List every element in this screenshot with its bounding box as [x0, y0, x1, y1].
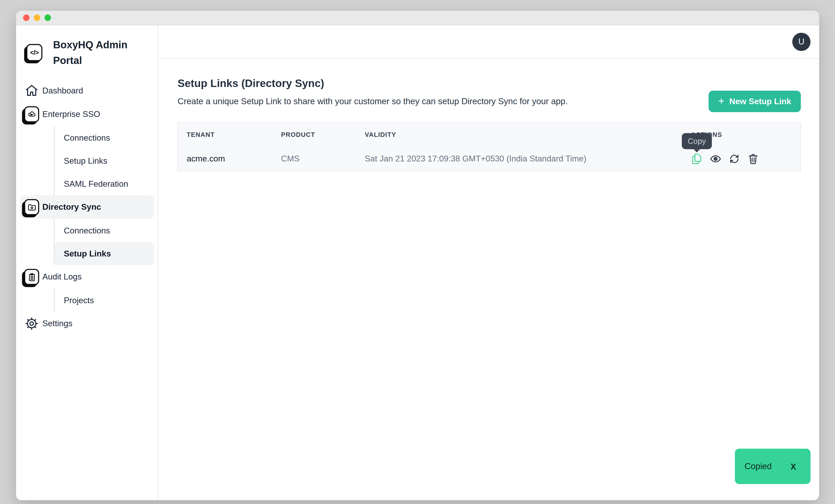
brand-title: BoxyHQ Admin Portal [53, 37, 134, 68]
zoom-window-button[interactable] [44, 15, 51, 21]
sidebar-item-audit-logs[interactable]: Audit Logs [20, 265, 154, 289]
window-titlebar [16, 11, 819, 25]
sidebar-item-label: Audit Logs [42, 272, 82, 282]
folder-sync-icon [24, 199, 39, 215]
home-icon [24, 84, 39, 98]
page-title: Setup Links (Directory Sync) [178, 77, 801, 90]
plus-icon: + [718, 96, 725, 106]
minimize-window-button[interactable] [34, 15, 40, 21]
cloud-key-icon [24, 106, 39, 122]
avatar[interactable]: U [792, 33, 811, 51]
sidebar-item-label: Enterprise SSO [42, 109, 100, 119]
audit-subnav: Projects [54, 289, 154, 312]
validity-cell: Sat Jan 21 2023 17:09:38 GMT+0530 (India… [356, 146, 683, 170]
product-cell: CMS [272, 146, 356, 170]
dsync-subnav: Connections Setup Links [54, 219, 154, 265]
desktop: </> BoxyHQ Admin Portal Dashboard [0, 0, 835, 504]
gear-icon [24, 317, 39, 330]
table-row: acme.com CMS Sat Jan 21 2023 17:09:38 GM… [178, 146, 800, 170]
column-header-product: PRODUCT [272, 123, 356, 147]
clipboard-icon [24, 269, 39, 285]
eye-icon[interactable] [710, 153, 721, 165]
sidebar-item-sso-connections[interactable]: Connections [55, 126, 154, 149]
sidebar-item-saml-federation[interactable]: SAML Federation [55, 172, 154, 195]
sidebar-item-dashboard[interactable]: Dashboard [20, 79, 154, 103]
brand[interactable]: </> BoxyHQ Admin Portal [16, 34, 158, 68]
tenant-cell: acme.com [178, 146, 272, 170]
sidebar-item-settings[interactable]: Settings [20, 312, 154, 336]
sidebar-item-dsync-connections[interactable]: Connections [55, 219, 154, 242]
sidebar-item-enterprise-sso[interactable]: Enterprise SSO [20, 102, 154, 126]
main-area: U Setup Links (Directory Sync) Create a … [158, 25, 819, 500]
topbar: U [158, 25, 819, 59]
toast-copied: Copied X [735, 448, 810, 484]
sidebar-item-directory-sync[interactable]: Directory Sync [20, 196, 154, 219]
sidebar-nav: Dashboard Enterpri [16, 79, 158, 336]
column-header-validity: VALIDITY [356, 123, 683, 147]
boxyhq-logo-icon: </> [26, 44, 42, 61]
setup-links-table: TENANT PRODUCT VALIDITY ACTIONS acme.com… [178, 122, 801, 171]
sidebar-item-projects[interactable]: Projects [55, 289, 154, 312]
copy-tooltip: Copy [682, 133, 712, 149]
sidebar-item-dsync-setup-links[interactable]: Setup Links [55, 242, 154, 265]
sso-subnav: Connections Setup Links SAML Federation [54, 126, 154, 196]
new-setup-link-label: New Setup Link [729, 97, 791, 106]
page-content: Setup Links (Directory Sync) Create a un… [158, 59, 819, 500]
column-header-tenant: TENANT [178, 123, 272, 147]
page-description: Create a unique Setup Link to share with… [178, 97, 801, 106]
sidebar-item-label: Settings [42, 319, 73, 328]
toast-close-icon[interactable]: X [791, 462, 796, 471]
close-window-button[interactable] [23, 15, 29, 21]
refresh-icon[interactable] [728, 153, 740, 165]
sidebar-item-label: Dashboard [42, 86, 83, 96]
sidebar: </> BoxyHQ Admin Portal Dashboard [16, 25, 158, 500]
row-actions: Copy [691, 153, 800, 165]
sidebar-item-sso-setup-links[interactable]: Setup Links [55, 149, 154, 172]
app-window: </> BoxyHQ Admin Portal Dashboard [16, 11, 819, 500]
toast-message: Copied [745, 462, 772, 471]
sidebar-item-label: Directory Sync [42, 202, 101, 212]
trash-icon[interactable] [747, 153, 759, 165]
window-body: </> BoxyHQ Admin Portal Dashboard [16, 25, 819, 500]
copy-icon[interactable]: Copy [691, 153, 703, 165]
new-setup-link-button[interactable]: + New Setup Link [709, 91, 801, 112]
